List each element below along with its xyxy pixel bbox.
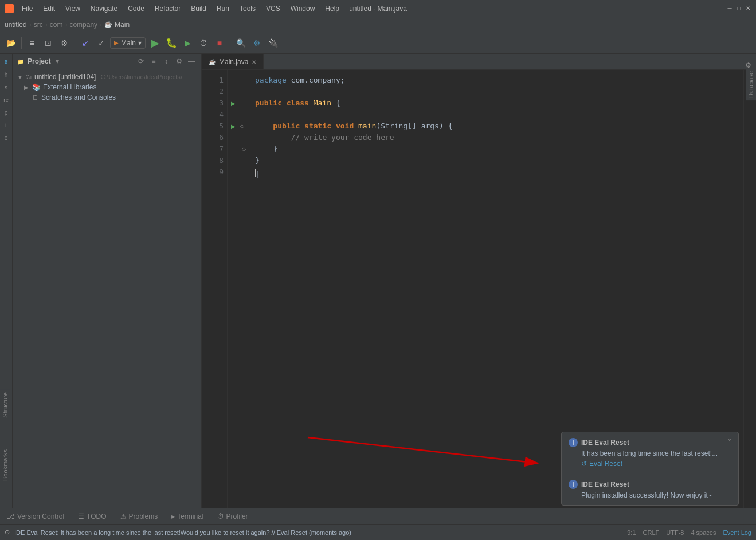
tree-item-scratches[interactable]: ▶ 🗒 Scratches and Consoles <box>13 92 201 103</box>
bookmark-icon: ◇ <box>240 123 244 129</box>
project-gear-icon[interactable]: ⚙ <box>174 56 184 66</box>
toolbar-recent-files[interactable]: 📂 <box>3 36 18 50</box>
toolbar: 📂 ≡ ⊡ ⚙ ↙ ✓ ▶ Main ▾ ▶ 🐛 ▶ ⏱ ■ 🔍 ⚙ 🔌 <box>0 32 756 54</box>
version-control-icon: ⎇ <box>7 512 15 521</box>
tab-todo-label: TODO <box>87 512 106 521</box>
toolbar-settings[interactable]: ⚙ <box>57 36 72 50</box>
project-sort-icon[interactable]: ↕ <box>161 56 171 66</box>
breadcrumb-com[interactable]: com <box>50 21 63 29</box>
todo-icon: ☰ <box>78 512 84 521</box>
notif-2-title: IDE Eval Reset <box>581 480 629 488</box>
menu-window[interactable]: Window <box>286 3 320 14</box>
menu-tools[interactable]: Tools <box>235 3 260 14</box>
window-title: untitled - Main.java <box>349 5 407 13</box>
menu-run[interactable]: Run <box>212 3 234 14</box>
bookmark-icon-7: ◇ <box>242 146 246 152</box>
run-button[interactable]: ▶ <box>148 36 163 50</box>
run-config-label: Main <box>121 39 136 47</box>
tree-item-label-ext: External Libraries <box>43 83 96 91</box>
coverage-button[interactable]: ▶ <box>180 36 195 50</box>
status-encoding[interactable]: UTF-8 <box>666 529 684 536</box>
tree-item-label-scratch: Scratches and Consoles <box>41 93 116 101</box>
project-dropdown-arrow[interactable]: ▾ <box>56 57 59 65</box>
maximize-button[interactable]: □ <box>735 5 742 12</box>
sidebar-debug-toggle[interactable]: p <box>1 107 12 118</box>
breadcrumb-project[interactable]: untitled <box>5 21 27 29</box>
toolbar-locate[interactable]: ⊡ <box>41 36 56 50</box>
toolbar-separator-1 <box>21 37 22 49</box>
tab-main-java[interactable]: ☕ Main.java ✕ <box>202 54 264 69</box>
toolbar-vcs-update[interactable]: ↙ <box>78 36 93 50</box>
status-line-ending[interactable]: CRLF <box>643 529 660 536</box>
sidebar-run-toggle[interactable]: rc <box>1 94 12 105</box>
toolbar-collapse-all[interactable]: ≡ <box>25 36 40 50</box>
notif-1-header: i IDE Eval Reset ˅ <box>569 438 731 447</box>
left-sidebar-strip: 6 h s rc p t e <box>0 54 13 508</box>
bp-5: ◇ <box>240 120 247 132</box>
tab-problems[interactable]: ⚠ Problems <box>118 508 160 525</box>
close-button[interactable]: ✕ <box>745 5 751 12</box>
toolbar-search[interactable]: 🔍 <box>233 36 248 50</box>
profiler-icon: ⏱ <box>217 512 224 521</box>
line-num-5: 5 <box>202 120 224 132</box>
run-config-icon: ▶ <box>114 40 119 46</box>
tree-project-icon: 🗂 <box>25 73 32 81</box>
breadcrumb-company[interactable]: company <box>69 21 97 29</box>
sidebar-favorites-toggle[interactable]: s <box>1 81 12 93</box>
sidebar-project-toggle[interactable]: 6 <box>1 56 12 68</box>
menu-navigate[interactable]: Navigate <box>86 3 122 14</box>
tree-scratch-icon: 🗒 <box>32 93 39 101</box>
tree-item-external-libs[interactable]: ▶ 📚 External Libraries <box>13 82 201 92</box>
gutter-run-class[interactable]: ▶ <box>229 97 238 109</box>
status-event-log[interactable]: Event Log <box>723 529 751 536</box>
project-more-icon[interactable]: — <box>186 56 197 66</box>
breadcrumb-java-icon: ☕ <box>104 21 112 28</box>
menu-refactor[interactable]: Refactor <box>150 3 185 14</box>
notif-1-action[interactable]: ↺ Eval Reset <box>569 460 731 468</box>
tree-item-project[interactable]: ▼ 🗂 untitled [untitled104] C:\Users\linh… <box>13 72 201 82</box>
toolbar-plugins[interactable]: 🔌 <box>265 36 280 50</box>
status-cursor[interactable]: 9:1 <box>627 529 636 536</box>
tab-settings-button[interactable]: ⚙ <box>741 61 756 69</box>
menu-build[interactable]: Build <box>186 3 211 14</box>
bookmarks-sidebar-label[interactable]: Bookmarks <box>0 447 10 483</box>
minimize-button[interactable]: ─ <box>726 5 733 12</box>
status-indent[interactable]: 4 spaces <box>691 529 716 536</box>
kw-public-2: public <box>273 122 300 130</box>
line-num-8: 8 <box>202 155 224 166</box>
profile-button[interactable]: ⏱ <box>196 36 211 50</box>
project-sync-icon[interactable]: ⟳ <box>136 56 146 66</box>
tab-terminal[interactable]: ▸ Terminal <box>169 508 205 525</box>
debug-button[interactable]: 🐛 <box>164 36 179 50</box>
menu-help[interactable]: Help <box>320 3 344 14</box>
run-config-dropdown[interactable]: ▶ Main ▾ <box>110 37 146 49</box>
project-collapse-icon[interactable]: ≡ <box>148 56 159 66</box>
tab-todo[interactable]: ☰ TODO <box>76 508 108 525</box>
tab-version-control[interactable]: ⎇ Version Control <box>5 508 66 525</box>
status-right: 9:1 CRLF UTF-8 4 spaces Event Log <box>627 529 751 536</box>
notification-panel: i IDE Eval Reset ˅ It has been a long ti… <box>561 432 739 506</box>
menu-file[interactable]: File <box>17 3 37 14</box>
kw-public-1: public <box>255 99 282 107</box>
sidebar-terminal-toggle[interactable]: e <box>1 132 12 143</box>
tab-profiler[interactable]: ⏱ Profiler <box>215 508 250 525</box>
breadcrumb: untitled › src › com › company › ☕ Main <box>0 17 756 32</box>
menu-code[interactable]: Code <box>123 3 149 14</box>
project-panel: 📁 Project ▾ ⟳ ≡ ↕ ⚙ — ▼ 🗂 untitled [unti… <box>13 54 202 508</box>
breadcrumb-main[interactable]: Main <box>115 21 130 29</box>
menu-vcs[interactable]: VCS <box>261 3 285 14</box>
stop-button[interactable]: ■ <box>212 36 227 50</box>
toolbar-settings-2[interactable]: ⚙ <box>249 36 264 50</box>
menu-view[interactable]: View <box>61 3 85 14</box>
toolbar-vcs-commit[interactable]: ✓ <box>94 36 109 50</box>
notif-1-expand[interactable]: ˅ <box>728 439 731 447</box>
structure-sidebar-label[interactable]: Structure <box>0 390 10 420</box>
breadcrumb-src[interactable]: src <box>34 21 43 29</box>
database-sidebar-label[interactable]: Database <box>746 69 756 100</box>
line-num-7: 7 <box>202 143 224 155</box>
sidebar-vcs-toggle[interactable]: t <box>1 119 12 131</box>
menu-edit[interactable]: Edit <box>38 3 60 14</box>
sidebar-search-toggle[interactable]: h <box>1 69 12 80</box>
tab-close-button[interactable]: ✕ <box>252 59 256 65</box>
gutter-run-main[interactable]: ▶ <box>229 120 238 132</box>
